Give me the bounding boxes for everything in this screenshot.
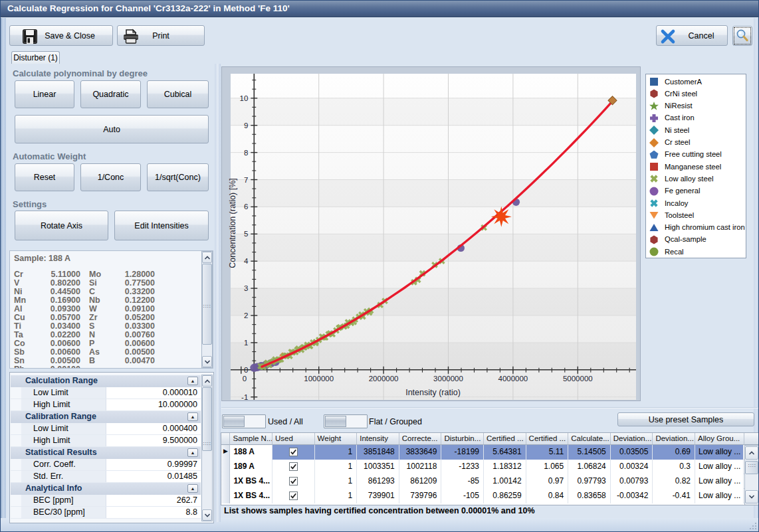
svg-text:2: 2: [244, 311, 248, 319]
svg-text:6: 6: [244, 203, 248, 211]
svg-text:3000000: 3000000: [433, 375, 463, 383]
svg-text:5000000: 5000000: [563, 375, 593, 383]
svg-text:10: 10: [240, 94, 249, 102]
svg-text:3: 3: [244, 284, 248, 292]
svg-text:Intensity (ratio): Intensity (ratio): [405, 388, 461, 397]
svg-text:5: 5: [244, 230, 248, 238]
svg-text:0: 0: [243, 375, 247, 383]
svg-text:1000000: 1000000: [304, 375, 334, 383]
svg-text:9: 9: [244, 122, 248, 130]
svg-text:4000000: 4000000: [498, 375, 528, 383]
svg-text:-1: -1: [241, 393, 248, 401]
svg-text:8: 8: [244, 149, 248, 157]
svg-text:1: 1: [244, 339, 248, 347]
svg-text:0: 0: [244, 366, 248, 374]
svg-text:Concentration (ratio) [%]: Concentration (ratio) [%]: [228, 178, 237, 268]
svg-text:4: 4: [244, 257, 249, 265]
svg-text:2000000: 2000000: [369, 375, 399, 383]
svg-text:7: 7: [244, 176, 248, 184]
